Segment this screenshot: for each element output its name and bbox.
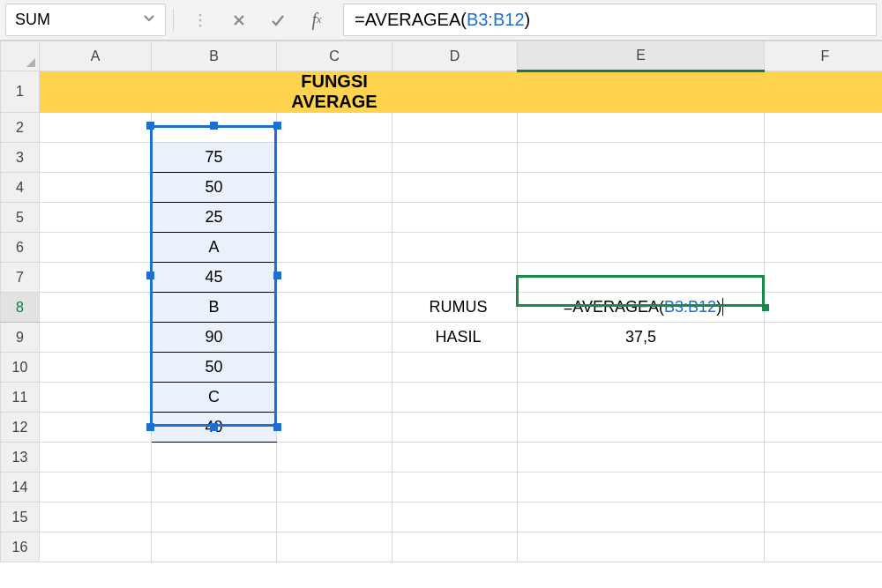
- cell[interactable]: [40, 473, 152, 502]
- range-handle[interactable]: [146, 423, 154, 431]
- spreadsheet-grid[interactable]: A B C D E F 1 FUNGSI AVERAGE 2 3 75 4 50…: [0, 41, 882, 562]
- cell[interactable]: [765, 113, 883, 143]
- cell[interactable]: [392, 532, 518, 562]
- col-header-A[interactable]: A: [40, 41, 152, 71]
- cell[interactable]: [277, 323, 392, 353]
- cell[interactable]: [277, 413, 392, 443]
- row-header-2[interactable]: 2: [1, 113, 40, 143]
- row-header-7[interactable]: 7: [1, 263, 40, 293]
- cell[interactable]: [518, 473, 765, 502]
- cell[interactable]: [765, 413, 883, 443]
- row-header-4[interactable]: 4: [1, 173, 40, 203]
- cell[interactable]: [392, 233, 518, 263]
- cell[interactable]: [277, 233, 392, 263]
- cell[interactable]: [518, 113, 765, 143]
- cell[interactable]: [765, 502, 883, 532]
- cell-B7[interactable]: 45: [152, 263, 277, 293]
- row-header-14[interactable]: 14: [1, 473, 40, 502]
- cell[interactable]: [40, 532, 152, 562]
- row-header-3[interactable]: 3: [1, 143, 40, 173]
- cell[interactable]: [392, 263, 518, 293]
- cell[interactable]: [277, 173, 392, 203]
- cell[interactable]: [152, 443, 277, 473]
- range-handle[interactable]: [273, 122, 281, 130]
- range-handle[interactable]: [273, 423, 281, 431]
- cell[interactable]: [765, 173, 883, 203]
- cell-B4[interactable]: 50: [152, 173, 277, 203]
- cell-B8[interactable]: B: [152, 293, 277, 323]
- row-header-6[interactable]: 6: [1, 233, 40, 263]
- cell-E8-editing[interactable]: =AVERAGEA(B3:B12): [518, 293, 765, 323]
- cell[interactable]: [765, 532, 883, 562]
- cell[interactable]: [40, 353, 152, 383]
- cell[interactable]: [40, 203, 152, 233]
- cell[interactable]: [765, 293, 883, 323]
- caret-down-icon[interactable]: [140, 9, 158, 31]
- cell[interactable]: [277, 443, 392, 473]
- cell[interactable]: [152, 473, 277, 502]
- cell[interactable]: [518, 263, 765, 293]
- cell[interactable]: [40, 71, 152, 113]
- row-header-10[interactable]: 10: [1, 353, 40, 383]
- col-header-D[interactable]: D: [392, 41, 518, 71]
- cell[interactable]: [518, 173, 765, 203]
- select-all-corner[interactable]: [1, 41, 40, 71]
- cell-B11[interactable]: C: [152, 383, 277, 413]
- fill-handle[interactable]: [762, 304, 769, 311]
- cell-E9-hasil[interactable]: 37,5: [518, 323, 765, 353]
- cell[interactable]: [518, 353, 765, 383]
- cell[interactable]: [518, 233, 765, 263]
- cell[interactable]: [277, 502, 392, 532]
- cell[interactable]: [518, 143, 765, 173]
- cell[interactable]: [518, 383, 765, 413]
- cell[interactable]: [277, 203, 392, 233]
- cell[interactable]: [765, 443, 883, 473]
- cell[interactable]: [277, 383, 392, 413]
- cell[interactable]: [518, 532, 765, 562]
- cell[interactable]: [518, 203, 765, 233]
- name-box[interactable]: SUM: [5, 4, 166, 36]
- row-header-15[interactable]: 15: [1, 502, 40, 532]
- row-header-1[interactable]: 1: [1, 71, 40, 113]
- cell[interactable]: [765, 203, 883, 233]
- cell[interactable]: [392, 443, 518, 473]
- cell[interactable]: [765, 383, 883, 413]
- formula-input[interactable]: =AVERAGEA(B3:B12): [343, 4, 877, 36]
- cell[interactable]: [765, 323, 883, 353]
- cell[interactable]: [765, 143, 883, 173]
- cell[interactable]: [277, 353, 392, 383]
- col-header-B[interactable]: B: [152, 41, 277, 71]
- cell[interactable]: [40, 143, 152, 173]
- cell[interactable]: [392, 71, 518, 113]
- cell[interactable]: [40, 233, 152, 263]
- cell[interactable]: [152, 532, 277, 562]
- cancel-icon[interactable]: [220, 4, 258, 36]
- cell[interactable]: [765, 353, 883, 383]
- cell[interactable]: [277, 263, 392, 293]
- dots-vertical-icon[interactable]: [181, 4, 220, 36]
- cell[interactable]: [40, 443, 152, 473]
- check-icon[interactable]: [258, 4, 297, 36]
- cell[interactable]: [392, 143, 518, 173]
- range-handle[interactable]: [210, 423, 218, 431]
- cell[interactable]: [40, 323, 152, 353]
- cell[interactable]: [392, 203, 518, 233]
- cell-B6[interactable]: A: [152, 233, 277, 263]
- cell[interactable]: [152, 502, 277, 532]
- cell[interactable]: [392, 113, 518, 143]
- cell[interactable]: [392, 353, 518, 383]
- cell[interactable]: [40, 263, 152, 293]
- cell[interactable]: [277, 473, 392, 502]
- cell[interactable]: [392, 383, 518, 413]
- cell-B3[interactable]: 75: [152, 143, 277, 173]
- cell[interactable]: [40, 413, 152, 443]
- cell[interactable]: [518, 502, 765, 532]
- col-header-C[interactable]: C: [277, 41, 392, 71]
- range-handle[interactable]: [146, 272, 154, 279]
- row-header-8[interactable]: 8: [1, 293, 40, 323]
- range-handle[interactable]: [273, 272, 281, 279]
- row-header-5[interactable]: 5: [1, 203, 40, 233]
- cell[interactable]: [40, 502, 152, 532]
- range-handle[interactable]: [210, 122, 218, 130]
- cell[interactable]: [392, 413, 518, 443]
